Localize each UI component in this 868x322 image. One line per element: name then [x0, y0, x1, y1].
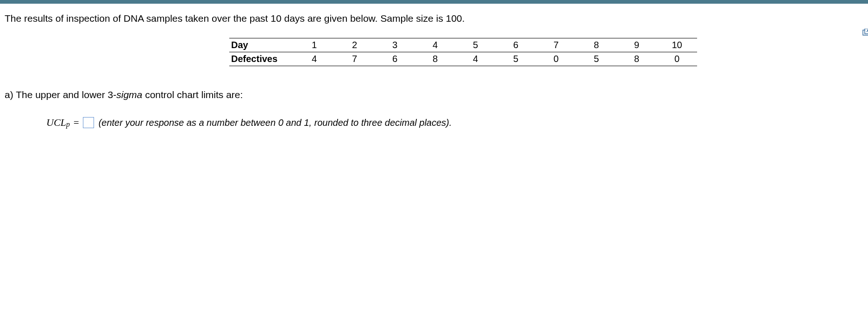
- day-cell: 4: [415, 38, 455, 52]
- day-cell: 2: [334, 38, 375, 52]
- top-accent-bar: [0, 0, 868, 4]
- defectives-cell: 7: [334, 52, 375, 66]
- question-text: a) The upper and lower 3-sigma control c…: [5, 89, 863, 100]
- defectives-cell: 5: [496, 52, 536, 66]
- day-cell: 8: [576, 38, 616, 52]
- day-cell: 1: [294, 38, 334, 52]
- equals-sign: =: [74, 117, 79, 129]
- table-row: Day 1 2 3 4 5 6 7 8 9 10: [229, 38, 697, 52]
- data-table-wrapper: Day 1 2 3 4 5 6 7 8 9 10 Defectives 4 7 …: [229, 38, 697, 66]
- intro-text: The results of inspection of DNA samples…: [5, 13, 863, 24]
- day-label: Day: [229, 38, 294, 52]
- ucl-subscript: p: [66, 120, 70, 129]
- content-area: The results of inspection of DNA samples…: [0, 4, 868, 129]
- day-cell: 3: [375, 38, 415, 52]
- defectives-cell: 0: [536, 52, 576, 66]
- defectives-cell: 8: [415, 52, 455, 66]
- day-cell: 5: [455, 38, 496, 52]
- day-cell: 7: [536, 38, 576, 52]
- defectives-cell: 0: [657, 52, 697, 66]
- defectives-cell: 6: [375, 52, 415, 66]
- defectives-cell: 4: [294, 52, 334, 66]
- day-cell: 10: [657, 38, 697, 52]
- answer-hint: (enter your response as a number between…: [99, 118, 452, 128]
- defectives-label: Defectives: [229, 52, 294, 66]
- ucl-answer-input[interactable]: [83, 117, 94, 128]
- data-table: Day 1 2 3 4 5 6 7 8 9 10 Defectives 4 7 …: [229, 38, 697, 66]
- question-suffix: control chart limits are:: [142, 89, 243, 100]
- defectives-cell: 4: [455, 52, 496, 66]
- defectives-cell: 8: [616, 52, 657, 66]
- table-row: Defectives 4 7 6 8 4 5 0 5 8 0: [229, 52, 697, 66]
- question-section: a) The upper and lower 3-sigma control c…: [5, 89, 863, 129]
- sigma-word: sigma: [116, 89, 142, 100]
- defectives-cell: 5: [576, 52, 616, 66]
- day-cell: 6: [496, 38, 536, 52]
- popout-icon[interactable]: [862, 28, 868, 35]
- question-prefix: a) The upper and lower 3-: [5, 89, 116, 100]
- day-cell: 9: [616, 38, 657, 52]
- answer-line: UCLp = (enter your response as a number …: [46, 117, 863, 129]
- ucl-label: UCL: [46, 117, 66, 129]
